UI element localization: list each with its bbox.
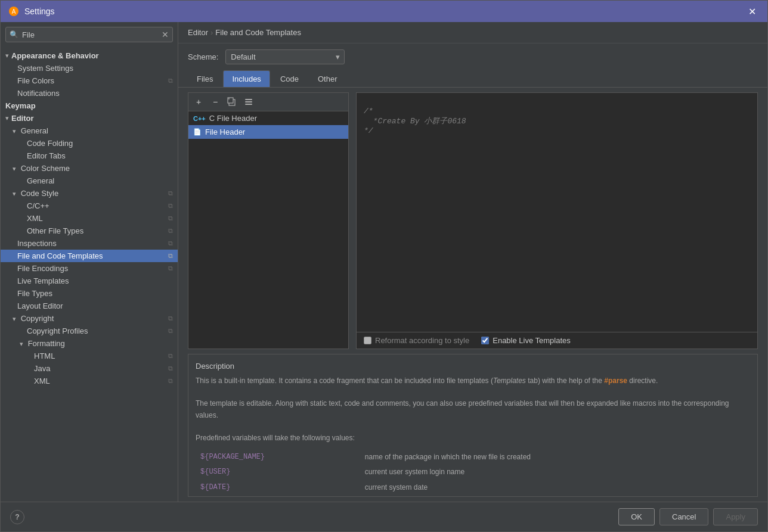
sidebar-item-label: File Types [5,289,52,298]
tab-other[interactable]: Other [309,70,346,87]
svg-text:A: A [12,8,16,15]
copy-icon: ⧉ [168,214,173,222]
copy-icon: ⧉ [168,265,173,272]
left-panel: 🔍 ✕ ▾ Appearance & Behavior System Setti… [1,22,178,502]
ok-button[interactable]: OK [618,508,655,525]
sidebar-item-label: Live Templates [5,276,69,285]
live-templates-checkbox[interactable] [481,337,489,344]
file-item-label: File Header [205,127,245,136]
var-name: ${TIME} [196,495,360,497]
sidebar-item-label: File Colors [5,76,54,85]
sidebar-item-copyright[interactable]: ▾ Copyright ⧉ [1,312,178,325]
sidebar-item-cpp[interactable]: C/C++ ⧉ [1,200,178,212]
sidebar-item-general[interactable]: ▾ General [1,125,178,137]
sidebar-item-label: Formatting [28,339,65,348]
scheme-row: Scheme: Default Project [178,43,767,70]
sidebar-item-file-types[interactable]: File Types [1,287,178,300]
var-desc: current system date [360,480,750,495]
var-name: ${USER} [196,465,360,480]
copy-icon [227,97,237,107]
sidebar-item-keymap[interactable]: Keymap [1,99,178,112]
sidebar-item-label: C/C++ [5,201,49,210]
sidebar-item-other-file-types[interactable]: Other File Types ⧉ [1,225,178,237]
move-template-button[interactable] [242,95,255,108]
breadcrumb-current: File and Code Templates [215,28,301,37]
cancel-button[interactable]: Cancel [659,508,708,525]
breadcrumb-separator: › [210,28,213,37]
copy-icon: ⧉ [168,365,173,372]
sidebar-item-code-folding[interactable]: Code Folding [1,137,178,150]
sidebar-item-html[interactable]: HTML ⧉ [1,350,178,362]
sidebar-item-color-scheme[interactable]: ▾ Color Scheme [1,162,178,175]
search-box: 🔍 ✕ [5,27,173,42]
file-item-file-header[interactable]: 📄 File Header [188,125,348,139]
svg-rect-6 [245,101,252,102]
table-row: ${DATE} current system date [196,480,750,495]
close-button[interactable]: ✕ [744,3,760,20]
sidebar-item-label: Java [5,364,50,373]
sidebar-item-editor-tabs[interactable]: Editor Tabs [1,150,178,162]
sidebar-item-notifications[interactable]: Notifications [1,87,178,99]
svg-rect-3 [228,98,233,103]
sidebar-item-java[interactable]: Java ⧉ [1,362,178,375]
file-item-c-header[interactable]: C++ C File Header [188,111,348,125]
copy-icon: ⧉ [168,227,173,235]
sidebar-item-xml2[interactable]: XML ⧉ [1,375,178,387]
apply-button[interactable]: Apply [713,508,758,525]
var-desc: current system time [360,495,750,497]
search-clear-icon[interactable]: ✕ [162,30,169,39]
scheme-label: Scheme: [188,52,218,61]
sidebar-item-label: HTML [5,351,55,360]
sidebar-item-formatting[interactable]: ▾ Formatting [1,337,178,350]
tab-includes[interactable]: Includes [223,70,270,87]
sidebar-item-label: Editor [11,114,34,123]
search-input[interactable] [22,30,162,39]
table-row: ${TIME} current system time [196,495,750,497]
file-item-label: C File Header [209,114,257,123]
copy-icon: ⧉ [168,327,173,335]
sidebar-item-system-settings[interactable]: System Settings [1,62,178,74]
sidebar-item-appearance[interactable]: ▾ Appearance & Behavior [1,49,178,62]
collapse-arrow: ▾ [5,52,9,60]
remove-template-button[interactable]: − [209,95,222,108]
editor-area: + − [178,88,767,354]
scheme-select[interactable]: Default Project [225,49,345,64]
move-icon [244,97,253,107]
sidebar-item-inspections[interactable]: Inspections ⧉ [1,237,178,250]
var-name: ${DATE} [196,480,360,495]
sidebar-item-copyright-profiles[interactable]: Copyright Profiles ⧉ [1,325,178,337]
collapse-arrow: ▾ [20,340,23,347]
add-template-button[interactable]: + [192,95,205,108]
collapse-arrow: ▾ [5,114,9,122]
tab-files[interactable]: Files [188,70,222,87]
file-list-panel: + − [188,92,349,349]
sidebar-item-file-encodings[interactable]: File Encodings ⧉ [1,262,178,275]
sidebar-item-label: Notifications [5,89,60,98]
sidebar-item-live-templates[interactable]: Live Templates [1,275,178,287]
reformat-checkbox[interactable] [364,337,371,344]
sidebar-item-label: Appearance & Behavior [11,51,99,60]
tabs-row: Files Includes Code Other [178,70,767,88]
sidebar-item-label: XML [5,377,50,385]
sidebar-item-color-scheme-general[interactable]: General [1,175,178,187]
sidebar-item-file-and-code-templates[interactable]: File and Code Templates ⧉ [1,250,178,262]
sidebar-item-label: System Settings [5,64,73,73]
sidebar-item-layout-editor[interactable]: Layout Editor [1,300,178,312]
copy-icon: ⧉ [168,352,173,360]
reformat-checkbox-label[interactable]: Reformat according to style [364,336,469,345]
sidebar-item-editor[interactable]: ▾ Editor [1,112,178,125]
sidebar-item-file-colors[interactable]: File Colors ⧉ [1,74,178,87]
copy-template-button[interactable] [225,95,239,108]
svg-rect-7 [245,104,252,105]
code-editor[interactable]: /* *Create By 小群子0618 */ [357,93,757,332]
sidebar-item-label: Other File Types [5,226,83,235]
help-button[interactable]: ? [10,510,24,524]
copy-icon: ⧉ [168,77,173,85]
live-templates-checkbox-label[interactable]: Enable Live Templates [481,336,571,345]
bottom-bar: ? OK Cancel Apply [1,502,767,531]
sidebar-item-code-style[interactable]: ▾ Code Style ⧉ [1,187,178,200]
tab-code[interactable]: Code [271,70,308,87]
collapse-arrow: ▾ [13,165,16,172]
variables-table: ${PACKAGE_NAME} name of the package in w… [196,450,750,497]
sidebar-item-xml[interactable]: XML ⧉ [1,212,178,225]
